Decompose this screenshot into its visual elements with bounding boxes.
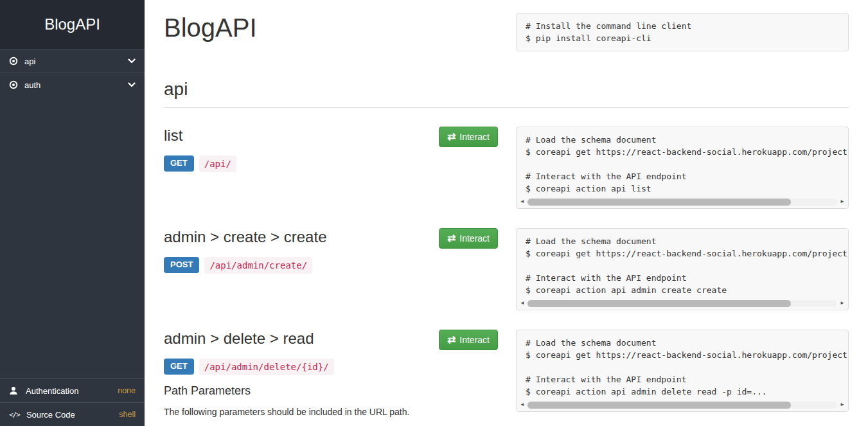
horizontal-scrollbar: ◄ ► <box>517 401 848 411</box>
source-code-value: shell <box>119 410 136 419</box>
target-icon <box>9 80 18 89</box>
authentication-value: none <box>118 386 136 395</box>
install-code: # Install the command line client $ pip … <box>517 13 848 51</box>
method-badge: POST <box>164 257 199 273</box>
target-icon <box>9 57 18 66</box>
endpoint-name: admin > delete > read <box>164 330 314 348</box>
authentication-label: Authentication <box>26 386 78 396</box>
sidebar-item-authentication[interactable]: Authentication none <box>0 378 145 402</box>
sidebar: BlogAPI api auth Authenticat <box>0 0 145 426</box>
endpoint-path: /api/admin/create/ <box>204 257 312 274</box>
exchange-icon: ⇄ <box>447 233 456 244</box>
sidebar-item-auth[interactable]: auth <box>0 73 145 96</box>
scroll-right-arrow-icon[interactable]: ► <box>838 402 846 407</box>
path-parameters-heading: Path Parameters <box>164 384 498 398</box>
interact-button-label: Interact <box>459 335 490 345</box>
endpoint-name: admin > create > create <box>164 228 326 246</box>
exchange-icon: ⇄ <box>447 132 456 142</box>
sidebar-item-label: auth <box>24 80 128 90</box>
scroll-right-arrow-icon[interactable]: ► <box>838 301 846 306</box>
method-badge: GET <box>164 359 194 375</box>
page-title: BlogAPI <box>164 13 498 42</box>
endpoint-code: # Load the schema document $ coreapi get… <box>517 229 848 299</box>
method-badge: GET <box>164 155 194 172</box>
horizontal-scrollbar: ◄ ► <box>517 198 848 208</box>
sidebar-title-label: BlogAPI <box>44 15 100 33</box>
endpoint-code-block: # Load the schema document $ coreapi get… <box>516 330 849 412</box>
chevron-down-icon <box>128 58 136 64</box>
group-title-api: api <box>164 80 849 100</box>
sidebar-item-label: api <box>24 57 128 66</box>
endpoint-code: # Load the schema document $ coreapi get… <box>517 127 848 198</box>
scroll-right-arrow-icon[interactable]: ► <box>838 199 846 204</box>
sidebar-item-api[interactable]: api <box>0 49 145 73</box>
source-code-label: Source Code <box>26 410 75 420</box>
scrollbar-thumb[interactable] <box>527 402 791 409</box>
scrollbar-thumb[interactable] <box>527 199 791 206</box>
scroll-left-arrow-icon[interactable]: ◄ <box>518 199 526 204</box>
sidebar-item-source-code[interactable]: </> Source Code shell <box>0 402 145 426</box>
divider <box>164 107 849 108</box>
interact-button[interactable]: ⇄ Interact <box>439 228 498 249</box>
main-content: BlogAPI # Install the command line clien… <box>145 0 868 426</box>
scroll-left-arrow-icon[interactable]: ◄ <box>518 402 526 407</box>
endpoint-code: # Load the schema document $ coreapi get… <box>517 330 848 401</box>
endpoint-path: /api/ <box>199 155 236 172</box>
horizontal-scrollbar: ◄ ► <box>517 299 848 310</box>
endpoint-code-block: # Load the schema document $ coreapi get… <box>516 228 849 310</box>
scrollbar-thumb[interactable] <box>527 300 791 307</box>
scrollbar-track[interactable] <box>527 300 837 307</box>
interact-button-label: Interact <box>459 132 490 142</box>
endpoint-name: list <box>164 127 182 145</box>
endpoint-path: /api/admin/delete/{id}/ <box>199 359 334 375</box>
install-code-block: # Install the command line client $ pip … <box>516 13 849 51</box>
endpoint-code-block: # Load the schema document $ coreapi get… <box>516 127 849 209</box>
scroll-left-arrow-icon[interactable]: ◄ <box>518 301 526 306</box>
interact-button[interactable]: ⇄ Interact <box>439 127 498 147</box>
chevron-down-icon <box>128 82 136 87</box>
scrollbar-track[interactable] <box>527 402 837 409</box>
endpoint-section-admin-create-create: admin > create > create ⇄ Interact POST … <box>164 228 849 310</box>
user-icon <box>9 386 19 395</box>
path-parameters-note: The following parameters should be inclu… <box>164 407 498 417</box>
sidebar-title: BlogAPI <box>0 0 145 49</box>
sidebar-spacer <box>0 96 145 378</box>
endpoint-section-list: list ⇄ Interact GET /api/ # Load the sch… <box>164 127 849 209</box>
exchange-icon: ⇄ <box>447 335 456 345</box>
scrollbar-track[interactable] <box>527 199 837 206</box>
interact-button-label: Interact <box>459 233 490 244</box>
endpoint-section-admin-delete-read: admin > delete > read ⇄ Interact GET /ap… <box>164 330 849 426</box>
code-icon: </> <box>9 411 20 419</box>
interact-button[interactable]: ⇄ Interact <box>439 330 498 350</box>
app-window: BlogAPI api auth Authenticat <box>0 0 868 426</box>
